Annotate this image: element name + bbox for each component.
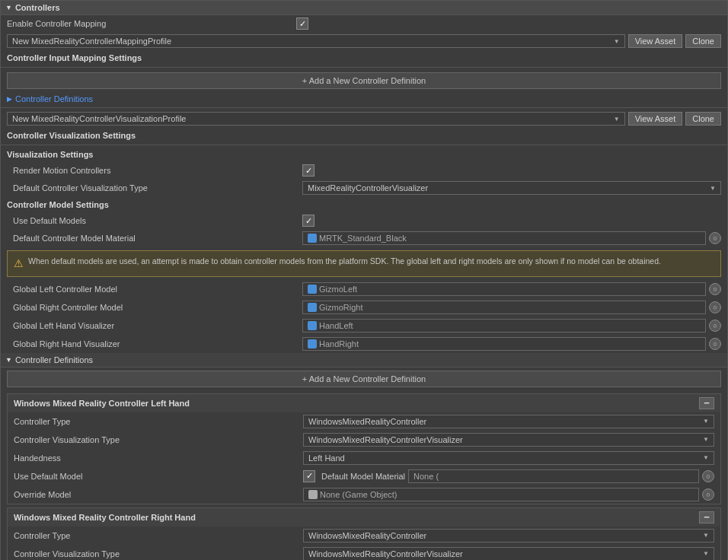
controller-defs-expanded-header[interactable]: ▼ Controller Definitions xyxy=(1,353,727,368)
divider-3 xyxy=(1,145,727,145)
left-viz-type-text: WindowsMixedRealityControllerVisualizer xyxy=(308,435,463,444)
controllers-header[interactable]: ▼ Controllers xyxy=(1,1,727,15)
controller-block-left: Windows Mixed Reality Controller Left Ha… xyxy=(7,393,721,504)
warning-text: When default models are used, an attempt… xyxy=(28,256,661,267)
default-viz-type-text: MixedRealityControllerVisualizer xyxy=(308,183,428,192)
render-motion-checkbox[interactable] xyxy=(302,164,315,177)
global-left-model-field[interactable]: GizmoLeft xyxy=(302,282,706,296)
right-controller-type-label: Controller Type xyxy=(14,531,303,540)
default-material-circle-btn[interactable]: ○ xyxy=(709,232,721,244)
hand-left-icon xyxy=(308,321,317,330)
use-default-models-checkbox[interactable] xyxy=(302,215,315,227)
left-default-material-text: None ( xyxy=(413,472,439,481)
left-use-default-row: Use Default Model Default Model Material… xyxy=(8,467,720,485)
left-handedness-arrow: ▼ xyxy=(703,454,709,461)
controller-block-right-header: Windows Mixed Reality Controller Right H… xyxy=(8,508,720,527)
left-default-material-circle-btn[interactable]: ○ xyxy=(702,470,714,482)
left-use-default-value: Default Model Material None ( ○ xyxy=(303,469,714,483)
default-viz-type-value: MixedRealityControllerVisualizer ▼ xyxy=(302,181,721,195)
default-material-value: MRTK_Standard_Black ○ xyxy=(302,231,721,245)
left-override-model-field[interactable]: None (Game Object) xyxy=(303,488,699,501)
right-viz-type-value: WindowsMixedRealityControllerVisualizer … xyxy=(303,547,714,560)
default-material-text: MRTK_Standard_Black xyxy=(319,234,407,243)
mapping-profile-value: New MixedRealityControllerMappingProfile xyxy=(12,37,171,46)
default-material-field[interactable]: MRTK_Standard_Black xyxy=(302,231,706,245)
material-icon xyxy=(308,234,317,243)
left-override-icon xyxy=(308,490,318,499)
hand-right-icon xyxy=(308,339,317,348)
left-use-default-label: Use Default Model xyxy=(14,472,303,481)
left-controller-type-dropdown[interactable]: WindowsMixedRealityController ▼ xyxy=(303,415,714,428)
left-handedness-dropdown[interactable]: Left Hand ▼ xyxy=(303,451,714,465)
controllers-panel: ▼ Controllers Enable Controller Mapping … xyxy=(0,0,728,560)
mapping-dropdown-arrow: ▼ xyxy=(614,38,620,45)
global-left-hand-text: HandLeft xyxy=(319,321,353,330)
controller-block-right-remove-btn[interactable]: − xyxy=(699,511,714,523)
mapping-clone-btn[interactable]: Clone xyxy=(685,34,721,48)
left-override-circle-btn[interactable]: ○ xyxy=(702,488,714,501)
global-right-hand-value: HandRight ○ xyxy=(302,337,721,351)
viz-view-asset-btn[interactable]: View Asset xyxy=(628,112,683,126)
controller-definitions-collapsed[interactable]: ▶ Controller Definitions xyxy=(1,92,727,106)
enable-mapping-row: Enable Controller Mapping xyxy=(1,15,727,32)
warning-icon: ⚠ xyxy=(14,256,24,272)
add-definition-btn[interactable]: + Add a New Controller Definition xyxy=(7,72,721,89)
render-motion-value xyxy=(302,164,721,177)
left-handedness-label: Handedness xyxy=(14,453,303,463)
gizmo-right-icon xyxy=(308,303,317,312)
mapping-profile-row: New MixedRealityControllerMappingProfile… xyxy=(1,32,727,50)
global-right-model-text: GizmoRight xyxy=(319,303,362,312)
viz-type-dropdown-arrow: ▼ xyxy=(710,185,716,192)
global-right-model-value: GizmoRight ○ xyxy=(302,301,721,314)
global-left-hand-row: Global Left Hand Visualizer HandLeft ○ xyxy=(1,317,727,335)
use-default-models-row: Use Default Models xyxy=(1,212,727,229)
global-right-hand-circle-btn[interactable]: ○ xyxy=(709,338,721,350)
global-right-hand-label: Global Right Hand Visualizer xyxy=(13,339,302,348)
right-controller-type-row: Controller Type WindowsMixedRealityContr… xyxy=(8,527,720,545)
controller-block-right-title: Windows Mixed Reality Controller Right H… xyxy=(14,513,196,522)
viz-clone-btn[interactable]: Clone xyxy=(685,112,721,126)
viz-profile-value: New MixedRealityControllerVisualizationP… xyxy=(12,114,186,123)
enable-mapping-label: Enable Controller Mapping xyxy=(7,19,296,28)
divider-2 xyxy=(1,107,727,108)
global-left-circle-btn[interactable]: ○ xyxy=(709,283,721,295)
global-left-hand-value: HandLeft ○ xyxy=(302,319,721,332)
global-left-hand-field[interactable]: HandLeft xyxy=(302,319,706,332)
left-viz-type-dropdown[interactable]: WindowsMixedRealityControllerVisualizer … xyxy=(303,433,714,447)
global-right-hand-text: HandRight xyxy=(319,339,359,348)
default-viz-type-row: Default Controller Visualization Type Mi… xyxy=(1,179,727,197)
right-type-arrow: ▼ xyxy=(703,532,709,539)
right-viz-type-dropdown[interactable]: WindowsMixedRealityControllerVisualizer … xyxy=(303,547,714,560)
controllers-title: Controllers xyxy=(15,3,60,12)
left-use-default-checkbox[interactable] xyxy=(303,470,315,482)
warning-box: ⚠ When default models are used, an attem… xyxy=(7,250,721,277)
global-right-model-row: Global Right Controller Model GizmoRight… xyxy=(1,298,727,317)
mapping-view-asset-btn[interactable]: View Asset xyxy=(628,34,683,48)
controller-block-left-remove-btn[interactable]: − xyxy=(699,397,714,409)
mapping-profile-dropdown[interactable]: New MixedRealityControllerMappingProfile… xyxy=(7,34,625,48)
controller-input-section-title: Controller Input Mapping Settings xyxy=(1,50,727,65)
controller-block-left-title: Windows Mixed Reality Controller Left Ha… xyxy=(14,399,190,408)
divider-1 xyxy=(1,67,727,68)
global-right-circle-btn[interactable]: ○ xyxy=(709,301,721,313)
use-default-models-value xyxy=(302,215,721,227)
add-definition-container-2: + Add a New Controller Definition xyxy=(1,368,727,390)
enable-mapping-checkbox[interactable] xyxy=(296,18,308,30)
viz-profile-dropdown[interactable]: New MixedRealityControllerVisualizationP… xyxy=(7,112,625,126)
controller-definitions-label: Controller Definitions xyxy=(15,94,93,103)
default-viz-type-label: Default Controller Visualization Type xyxy=(13,183,302,192)
model-settings-title: Controller Model Settings xyxy=(1,197,727,212)
global-right-hand-field[interactable]: HandRight xyxy=(302,337,706,351)
left-viz-type-value: WindowsMixedRealityControllerVisualizer … xyxy=(303,433,714,447)
left-handedness-value: Left Hand ▼ xyxy=(303,451,714,465)
left-controller-type-label: Controller Type xyxy=(14,417,303,426)
left-default-material-field[interactable]: None ( xyxy=(408,469,699,483)
global-left-hand-circle-btn[interactable]: ○ xyxy=(709,320,721,332)
add-definition-btn-2[interactable]: + Add a New Controller Definition xyxy=(7,371,721,387)
left-controller-type-text: WindowsMixedRealityController xyxy=(308,417,426,426)
right-controller-type-dropdown[interactable]: WindowsMixedRealityController ▼ xyxy=(303,529,714,542)
controller-definitions-arrow: ▶ xyxy=(7,95,12,103)
default-viz-type-dropdown[interactable]: MixedRealityControllerVisualizer ▼ xyxy=(302,181,721,195)
global-left-model-text: GizmoLeft xyxy=(319,285,357,294)
global-right-model-field[interactable]: GizmoRight xyxy=(302,301,706,314)
